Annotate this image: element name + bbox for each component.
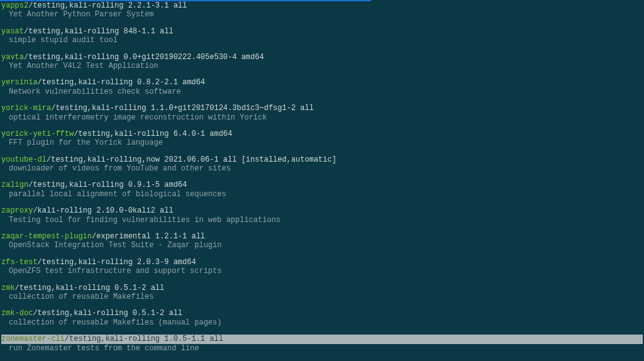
package-version: /testing,kali-rolling 848-1.1 all (24, 27, 174, 36)
package-header: zalign/testing,kali-rolling 0.9.1-5 amd6… (1, 181, 643, 189)
package-name: yasat (1, 27, 24, 36)
package-header: zonemaster-cli/testing,kali-rolling 1.0.… (1, 335, 643, 343)
package-entry: zonemaster-cli/testing,kali-rolling 1.0.… (1, 335, 643, 353)
package-name: zaqar-tempest-plugin (1, 232, 92, 241)
package-version: /testing,kali-rolling 2.0.3-9 amd64 (38, 258, 196, 267)
package-name: yapps2 (1, 1, 28, 10)
package-name: zmk (1, 284, 15, 292)
package-description: OpenStack Integration Test Suite - Zaqar… (1, 241, 643, 250)
package-version: /testing,kali-rolling 0.0+git20190222.40… (24, 53, 264, 62)
package-description: simple stupid audit tool (1, 36, 643, 45)
package-header: zmk-doc/testing,kali-rolling 0.5.1-2 all (1, 309, 643, 318)
package-header: yersinia/testing,kali-rolling 0.8.2-2.1 … (1, 78, 643, 87)
package-entry: zalign/testing,kali-rolling 0.9.1-5 amd6… (1, 181, 643, 199)
package-description: downloader of videos from YouTube and ot… (1, 164, 643, 173)
package-name: yavta (1, 53, 24, 62)
package-description: FFT plugin for the Yorick language (1, 138, 643, 147)
package-name: zonemaster-cli (1, 335, 65, 343)
package-header: yorick-yeti-fftw/testing,kali-rolling 6.… (1, 130, 643, 138)
package-entry: youtube-dl/testing,kali-rolling,now 2021… (1, 155, 643, 174)
package-entry: yasat/testing,kali-rolling 848-1.1 allsi… (1, 27, 643, 45)
package-name: yorick-yeti-fftw (1, 130, 74, 138)
package-entry: yapps2/testing,kali-rolling 2.2.1-3.1 al… (1, 1, 643, 19)
package-installed-status: [installed,automatic] (242, 155, 336, 164)
package-header: zaqar-tempest-plugin/experimental 1.2.1-… (1, 232, 643, 241)
package-description: Yet Another Python Parser System (1, 10, 643, 19)
progress-topbar (0, 0, 371, 1)
package-entry: zmk-doc/testing,kali-rolling 0.5.1-2 all… (1, 309, 643, 327)
package-version: /testing,kali-rolling 1.1.0+git20170124.… (51, 104, 314, 113)
package-name: youtube-dl (1, 155, 47, 164)
package-description: collection of reusable Makefiles (manual… (1, 318, 643, 327)
package-name: zaproxy (1, 206, 33, 215)
package-header: yasat/testing,kali-rolling 848-1.1 all (1, 27, 643, 36)
package-name: zfs-test (1, 258, 38, 267)
package-version: /testing,kali-rolling 6.4.0-1 amd64 (74, 130, 232, 138)
package-header: youtube-dl/testing,kali-rolling,now 2021… (1, 155, 643, 164)
package-header: zmk/testing,kali-rolling 0.5.1-2 all (1, 284, 643, 292)
package-description: run Zonemaster tests from the command li… (1, 344, 643, 353)
package-description: collection of reusable Makefiles (1, 292, 643, 301)
package-description: OpenZFS test infrastructure and support … (1, 267, 643, 275)
package-name: zmk-doc (1, 309, 33, 318)
package-version: /experimental 1.2.1-1 all (92, 232, 205, 241)
package-description: parallel local alignment of biological s… (1, 190, 643, 199)
package-description: optical interferometry image reconstruct… (1, 113, 643, 122)
package-entry: yorick-yeti-fftw/testing,kali-rolling 6.… (1, 130, 643, 148)
package-header: yorick-mira/testing,kali-rolling 1.1.0+g… (1, 104, 643, 113)
package-entry: yavta/testing,kali-rolling 0.0+git201902… (1, 53, 643, 71)
package-name: yorick-mira (1, 104, 51, 113)
terminal-output[interactable]: yapps2/testing,kali-rolling 2.2.1-3.1 al… (0, 0, 644, 361)
package-version: /testing,kali-rolling 0.9.1-5 amd64 (28, 181, 187, 189)
package-entry: yersinia/testing,kali-rolling 0.8.2-2.1 … (1, 78, 643, 96)
package-description: Testing tool for finding vulnerabilities… (1, 216, 643, 225)
package-entry: zaqar-tempest-plugin/experimental 1.2.1-… (1, 232, 643, 250)
package-description: Network vulnerabilities check software (1, 87, 643, 96)
package-header: yapps2/testing,kali-rolling 2.2.1-3.1 al… (1, 1, 643, 10)
package-entry: zfs-test/testing,kali-rolling 2.0.3-9 am… (1, 258, 643, 276)
package-name: zalign (1, 181, 28, 189)
package-version: /testing,kali-rolling 0.5.1-2 all (33, 309, 182, 318)
package-version: /testing,kali-rolling 0.5.1-2 all (15, 284, 165, 292)
package-header: zfs-test/testing,kali-rolling 2.0.3-9 am… (1, 258, 643, 267)
package-version: /testing,kali-rolling 0.8.2-2.1 amd64 (38, 78, 205, 87)
package-version: /testing,kali-rolling,now 2021.06.06-1 a… (47, 155, 242, 164)
package-description: Yet Another V4L2 Test Application (1, 62, 643, 70)
package-version: /kali-rolling 2.10.0-0kali2 all (33, 206, 173, 215)
package-entry: zaproxy/kali-rolling 2.10.0-0kali2 allTe… (1, 206, 643, 225)
package-version: /testing,kali-rolling 1.0.5-1.1 all (65, 335, 223, 343)
package-header: zaproxy/kali-rolling 2.10.0-0kali2 all (1, 206, 643, 215)
package-version: /testing,kali-rolling 2.2.1-3.1 all (28, 1, 187, 10)
package-entry: yorick-mira/testing,kali-rolling 1.1.0+g… (1, 104, 643, 122)
package-entry: zmk/testing,kali-rolling 0.5.1-2 allcoll… (1, 284, 643, 302)
package-name: yersinia (1, 78, 38, 87)
package-header: yavta/testing,kali-rolling 0.0+git201902… (1, 53, 643, 62)
